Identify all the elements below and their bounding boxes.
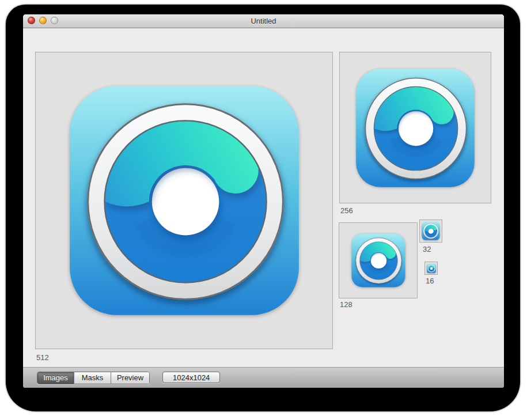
preview-slot-16[interactable] — [424, 262, 438, 275]
size-label-16: 16 — [426, 277, 434, 285]
app-icon-preview-256 — [354, 67, 476, 189]
view-mode-segmented-control: Images Masks Preview — [37, 372, 150, 384]
preview-slot-256[interactable] — [339, 52, 491, 203]
segment-masks[interactable]: Masks — [74, 372, 111, 384]
preview-slot-512[interactable] — [35, 52, 333, 349]
desktop: { "window": { "title": "Untitled" }, "ti… — [0, 0, 527, 420]
titlebar[interactable]: Untitled — [23, 14, 504, 28]
size-label-256: 256 — [340, 206, 353, 215]
app-icon-preview-16 — [427, 264, 436, 273]
size-1024-button[interactable]: 1024x1024 — [162, 372, 220, 383]
size-label-32: 32 — [423, 245, 431, 253]
app-icon-preview-512 — [66, 82, 302, 319]
segment-preview[interactable]: Preview — [111, 372, 149, 384]
size-label-128: 128 — [340, 300, 352, 309]
window-title: Untitled — [23, 14, 504, 28]
size-label-512: 512 — [36, 353, 49, 362]
preview-slot-32[interactable] — [419, 220, 442, 243]
preview-slot-128[interactable] — [339, 222, 418, 298]
bottom-toolbar: Images Masks Preview 1024x1024 — [23, 367, 504, 388]
app-window: Untitled 512 256 128 32 — [23, 14, 504, 388]
segment-images[interactable]: Images — [37, 372, 74, 384]
content-area: 512 256 128 32 16 — [23, 28, 504, 368]
app-icon-preview-128 — [351, 233, 406, 288]
app-icon-preview-32 — [422, 222, 440, 240]
